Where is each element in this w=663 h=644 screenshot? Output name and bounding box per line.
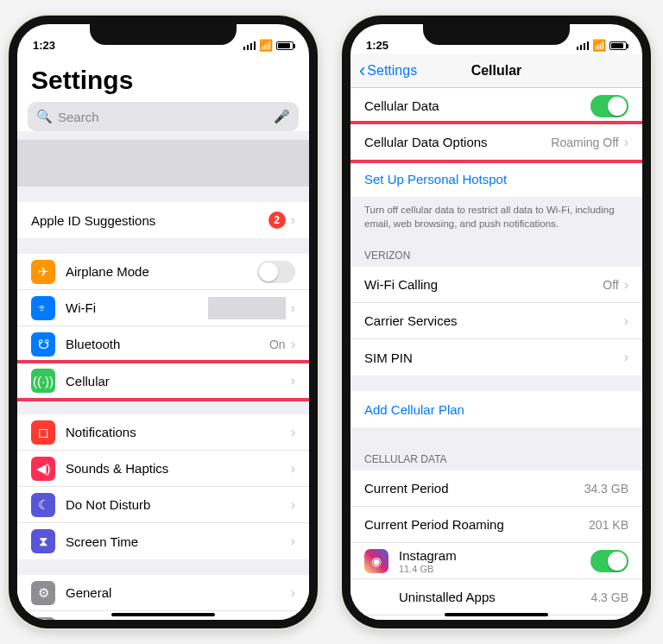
row-label: Add Cellular Plan (364, 402, 464, 417)
cellular-icon: ((·)) (31, 369, 55, 393)
row-label: Sounds & Haptics (66, 461, 168, 476)
row-label: Wi-Fi Calling (364, 277, 438, 292)
clock: 1:25 (366, 39, 388, 52)
usage-row[interactable]: Current Period34.3 GB (350, 470, 642, 507)
page-title: Cellular (471, 63, 522, 79)
phone-left: 1:23 📶 Settings 🔍 Search 🎤 Apple ID Sugg… (9, 16, 318, 628)
row-label: General (66, 585, 111, 600)
row-label: Do Not Disturb (66, 497, 150, 512)
back-button[interactable]: ‹ Settings (359, 60, 417, 82)
row-label: Set Up Personal Hotspot (364, 172, 507, 186)
row-label: Screen Time (66, 534, 138, 549)
search-input[interactable]: 🔍 Search 🎤 (28, 102, 299, 131)
battery-icon (609, 41, 627, 50)
add-cellular-plan-row[interactable]: Add Cellular Plan (350, 391, 642, 427)
settings-screen: Settings 🔍 Search 🎤 Apple ID Suggestions… (17, 54, 309, 620)
wifi-icon: 📶 (259, 39, 273, 52)
connectivity-group: ✈Airplane ModeᯤWi-Fi›☋BluetoothOn›((·))C… (17, 254, 309, 399)
cellular-data-group: Cellular Data Cellular Data Options Roam… (350, 88, 642, 197)
row-label: Cellular Data Options (364, 135, 488, 149)
screentime-icon: ⧗ (31, 529, 55, 553)
row[interactable]: SIM PIN› (350, 339, 642, 376)
settings-row-bluetooth[interactable]: ☋BluetoothOn› (17, 326, 309, 363)
chevron-right-icon: › (291, 373, 295, 388)
sounds-icon: ◀) (31, 457, 55, 481)
row-label: Bluetooth (66, 337, 120, 351)
settings-row-cellular[interactable]: ((·))Cellular› (17, 363, 309, 399)
chevron-right-icon: › (291, 497, 295, 513)
settings-row-dnd[interactable]: ☾Do Not Disturb› (17, 487, 309, 523)
notifications-icon: ◻ (31, 420, 55, 445)
home-indicator[interactable] (111, 613, 215, 616)
row-detail: On (269, 338, 286, 351)
row-label: Airplane Mode (66, 264, 149, 279)
wifi-icon: ᯤ (31, 296, 55, 320)
signal-icon (243, 41, 256, 50)
row-label: Current Period Roaming (364, 517, 504, 532)
page-title: Settings (17, 54, 309, 102)
status-icons: 📶 (577, 39, 628, 52)
row-detail: 34.3 GB (584, 482, 628, 496)
section-footer: Turn off cellular data to restrict all d… (350, 197, 642, 237)
notch (423, 24, 570, 45)
add-plan-group: Add Cellular Plan (350, 391, 642, 427)
highlight-marker (17, 360, 309, 401)
search-icon: 🔍 (36, 109, 53, 124)
row-label: SIM PIN (364, 350, 413, 365)
row-label: Current Period (364, 481, 449, 496)
row-label: Notifications (66, 425, 136, 439)
chevron-right-icon: › (624, 277, 628, 293)
apple-id-group: Apple ID Suggestions 2 › (17, 202, 309, 238)
chevron-right-icon: › (291, 585, 295, 601)
battery-icon (276, 41, 294, 50)
personal-hotspot-row[interactable]: Set Up Personal Hotspot (350, 161, 642, 197)
settings-row-airplane[interactable]: ✈Airplane Mode (17, 254, 309, 290)
chevron-right-icon: › (291, 534, 295, 549)
chevron-right-icon: › (291, 300, 295, 316)
mic-icon[interactable]: 🎤 (274, 109, 290, 124)
app-toggle[interactable] (590, 550, 628, 572)
row[interactable]: Wi-Fi CallingOff› (350, 267, 642, 303)
row-label: Wi-Fi (66, 300, 96, 315)
apple-id-suggestions-row[interactable]: Apple ID Suggestions 2 › (17, 202, 309, 238)
phone-right: 1:25 📶 ‹ Settings Cellular Cellular Data… (342, 16, 651, 628)
app-row[interactable]: ◉Instagram11.4 GB (350, 543, 642, 579)
settings-row-general[interactable]: ⚙General› (17, 575, 309, 611)
settings-row-screentime[interactable]: ⧗Screen Time› (17, 523, 309, 559)
settings-row-wifi[interactable]: ᯤWi-Fi› (17, 290, 309, 326)
controlcenter-icon: ⊟ (31, 617, 55, 621)
nav-bar: ‹ Settings Cellular (350, 54, 642, 88)
cellular-data-row[interactable]: Cellular Data (350, 88, 642, 124)
dnd-icon: ☾ (31, 493, 55, 517)
chevron-right-icon: › (291, 337, 295, 352)
row[interactable]: Carrier Services› (350, 303, 642, 339)
badge-count: 2 (268, 212, 286, 229)
cellular-data-options-row[interactable]: Cellular Data Options Roaming Off › (350, 124, 642, 161)
cellular-screen: ‹ Settings Cellular Cellular Data Cellul… (350, 54, 642, 620)
alerts-group: ◻Notifications›◀)Sounds & Haptics›☾Do No… (17, 414, 309, 559)
general-icon: ⚙ (31, 581, 55, 605)
app-sub: 11.4 GB (399, 564, 457, 574)
usage-header: CELLULAR DATA (350, 427, 642, 470)
row-label: Cellular (66, 374, 110, 388)
home-indicator[interactable] (445, 613, 548, 616)
app-row[interactable]: Uninstalled Apps4.3 GB (350, 579, 642, 616)
carrier-header: VERIZON (350, 237, 642, 267)
search-placeholder: Search (58, 110, 99, 124)
status-icons: 📶 (243, 39, 294, 52)
row-detail: 201 KB (589, 518, 628, 532)
settings-row-notifications[interactable]: ◻Notifications› (17, 414, 309, 451)
row-label: Apple ID Suggestions (31, 213, 155, 228)
usage-row[interactable]: Current Period Roaming201 KB (350, 507, 642, 543)
row-detail: 4.3 GB (590, 590, 628, 604)
clock: 1:23 (33, 39, 55, 52)
redacted-block (17, 140, 309, 186)
redacted (208, 297, 286, 319)
settings-row-sounds[interactable]: ◀)Sounds & Haptics› (17, 451, 309, 487)
usage-group: Current Period34.3 GBCurrent Period Roam… (350, 470, 642, 620)
toggle[interactable] (257, 261, 295, 283)
chevron-right-icon: › (624, 135, 628, 150)
row-label: Cellular Data (364, 98, 439, 113)
chevron-right-icon: › (291, 425, 295, 440)
cellular-data-toggle[interactable] (590, 95, 628, 117)
